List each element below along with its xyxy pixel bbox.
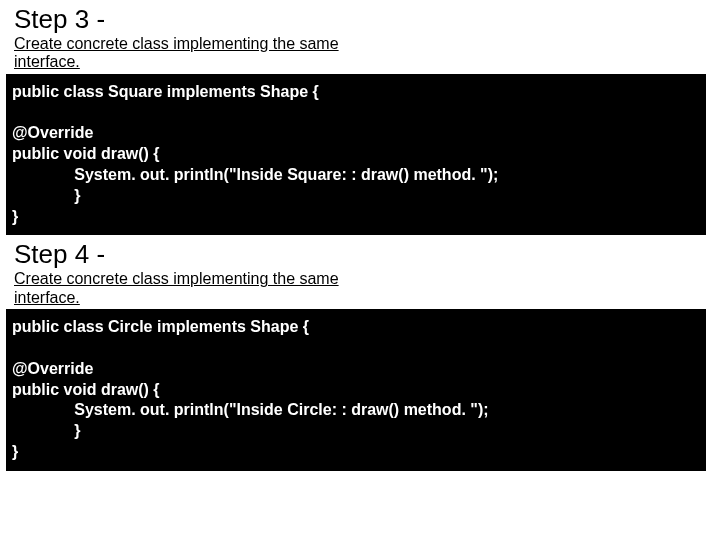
code-block: public class Circle implements Shape { @… xyxy=(6,309,706,471)
step-section: Step 4 - Create concrete class implement… xyxy=(0,239,720,470)
code-block: public class Square implements Shape { @… xyxy=(6,74,706,236)
step-title: Step 3 - xyxy=(14,4,720,35)
step-title: Step 4 - xyxy=(14,239,720,270)
step-section: Step 3 - Create concrete class implement… xyxy=(0,4,720,235)
step-description: Create concrete class implementing the s… xyxy=(14,270,374,307)
step-description: Create concrete class implementing the s… xyxy=(14,35,374,72)
